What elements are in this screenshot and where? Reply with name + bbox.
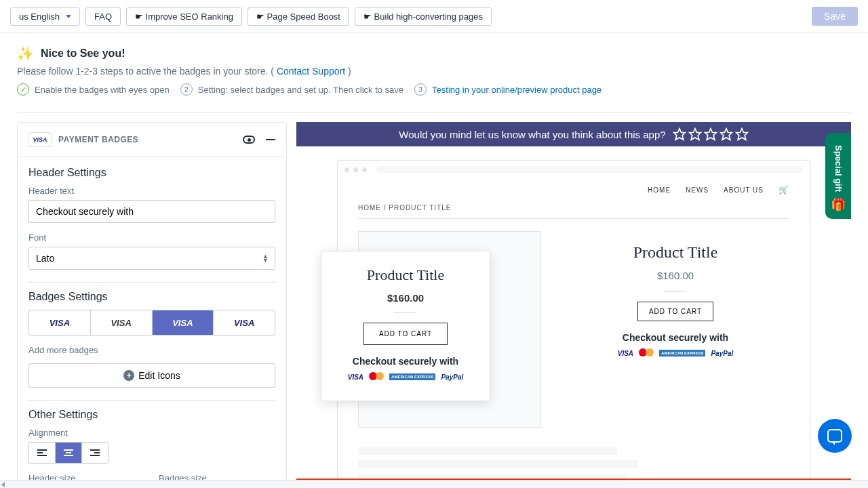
font-select[interactable]: Lato <box>28 247 275 270</box>
header-text-input[interactable] <box>28 200 275 223</box>
nav-news[interactable]: NEWS <box>686 186 709 194</box>
save-button[interactable]: Save <box>812 7 858 26</box>
paypal-icon: PayPal <box>441 373 463 381</box>
visibility-toggle-icon[interactable] <box>243 136 255 144</box>
visa-icon: VISA <box>348 373 363 381</box>
store-nav: HOME NEWS ABOUT US 🛒 <box>338 178 810 201</box>
header-text-label: Header text <box>28 186 275 196</box>
rating-bar[interactable]: Would you mind let us know what you thin… <box>296 122 851 146</box>
chat-icon <box>827 429 842 443</box>
align-right[interactable] <box>82 443 108 463</box>
contact-support-link[interactable]: Contact Support <box>277 66 345 77</box>
star-icon[interactable] <box>673 127 686 141</box>
popup-payment-icons: VISA AMERICAN EXPRESS PayPal <box>334 372 477 382</box>
seo-button[interactable]: ☛ Improve SEO Ranking <box>126 7 242 26</box>
check-icon: ✓ <box>17 83 29 96</box>
svg-marker-4 <box>736 129 747 140</box>
language-select[interactable]: us English <box>10 7 80 26</box>
nav-home[interactable]: HOME <box>648 186 671 194</box>
sparkle-icon: ✨ <box>17 45 34 62</box>
badge-style-2[interactable]: VISA <box>91 310 153 335</box>
collapse-icon[interactable] <box>266 139 275 140</box>
header-settings-title: Header Settings <box>28 167 275 179</box>
sidebar-card-title: PAYMENT BADGES <box>58 135 138 144</box>
svg-marker-3 <box>720 129 732 140</box>
special-gift-tab[interactable]: Special gift 🎁 <box>825 133 851 219</box>
badge-style-3[interactable]: VISA <box>153 310 214 335</box>
other-settings-title: Other Settings <box>28 409 275 421</box>
preview-pane: Would you mind let us know what you thin… <box>296 122 851 485</box>
badge-style-4[interactable]: VISA <box>214 310 275 335</box>
payment-icons: VISA AMERICAN EXPRESS PayPal <box>561 348 789 358</box>
star-icon[interactable] <box>735 127 749 141</box>
popup-product-title: Product Title <box>334 266 477 284</box>
popup-checkout-header: Checkout securely with <box>334 356 477 367</box>
step3-icon: 3 <box>414 83 427 96</box>
popup-add-to-cart[interactable]: ADD TO CART <box>363 323 448 345</box>
star-icon[interactable] <box>704 127 717 141</box>
top-toolbar: us English FAQ ☛ Improve SEO Ranking ☛ P… <box>0 0 868 33</box>
product-popup-preview: Product Title $160.00 ADD TO CART Checko… <box>321 251 490 401</box>
amex-icon: AMERICAN EXPRESS <box>389 373 435 380</box>
checkout-header: Checkout securely with <box>561 332 789 343</box>
nav-about[interactable]: ABOUT US <box>724 186 764 194</box>
badges-settings-title: Badges Settings <box>28 291 275 303</box>
mastercard-icon <box>369 372 384 382</box>
paypal-icon: PayPal <box>711 350 733 357</box>
rating-stars[interactable] <box>673 127 749 141</box>
product-title: Product Title <box>561 243 789 262</box>
svg-marker-1 <box>689 129 701 140</box>
add-more-badges-label: Add more badges <box>28 345 275 355</box>
badge-style-picker: VISA VISA VISA VISA <box>28 310 275 336</box>
horizontal-scrollbar[interactable] <box>0 480 868 488</box>
settings-sidebar: VISA PAYMENT BADGES Header Settings Head… <box>17 122 287 485</box>
intro-title: Nice to See you! <box>41 47 125 60</box>
step-1: ✓ Enable the badges with eyes open <box>17 83 170 96</box>
align-left[interactable] <box>29 443 56 463</box>
star-icon[interactable] <box>719 127 733 141</box>
mastercard-icon <box>639 348 654 358</box>
step2-icon: 2 <box>180 83 193 96</box>
visa-logo-icon: VISA <box>28 132 52 147</box>
alignment-label: Alignment <box>28 428 275 438</box>
testing-link[interactable]: Testing in your online/preview product p… <box>432 85 601 95</box>
alignment-picker <box>28 442 108 464</box>
rating-text: Would you mind let us know what you thin… <box>399 129 665 140</box>
intro-subtitle: Please follow 1-2-3 steps to active the … <box>17 66 851 77</box>
visa-icon: VISA <box>618 350 633 357</box>
breadcrumb: HOME / PRODUCT TITLE <box>338 201 810 214</box>
font-label: Font <box>28 232 275 243</box>
pagespeed-button[interactable]: ☛ Page Speed Boost <box>248 7 349 26</box>
step-3: 3 Testing in your online/preview product… <box>414 83 601 96</box>
svg-marker-2 <box>705 129 716 140</box>
align-center[interactable] <box>56 443 82 463</box>
cart-icon[interactable]: 🛒 <box>778 185 789 195</box>
plus-icon: + <box>123 370 134 381</box>
badge-style-1[interactable]: VISA <box>29 310 91 335</box>
faq-button[interactable]: FAQ <box>85 7 121 26</box>
star-icon[interactable] <box>688 127 702 141</box>
amex-icon: AMERICAN EXPRESS <box>659 350 705 357</box>
pages-button[interactable]: ☛ Build high-converting pages <box>355 7 492 26</box>
add-to-cart-button[interactable]: ADD TO CART <box>637 302 713 321</box>
intro-section: ✨ Nice to See you! Please follow 1-2-3 s… <box>0 33 868 104</box>
svg-marker-0 <box>673 129 685 140</box>
product-price: $160.00 <box>561 270 789 281</box>
popup-price: $160.00 <box>334 292 477 304</box>
gift-icon: 🎁 <box>831 197 846 212</box>
step-2: 2 Setting: select badges and set up. The… <box>180 83 403 96</box>
chat-fab[interactable] <box>818 419 852 453</box>
edit-icons-button[interactable]: + Edit Icons <box>28 363 275 388</box>
